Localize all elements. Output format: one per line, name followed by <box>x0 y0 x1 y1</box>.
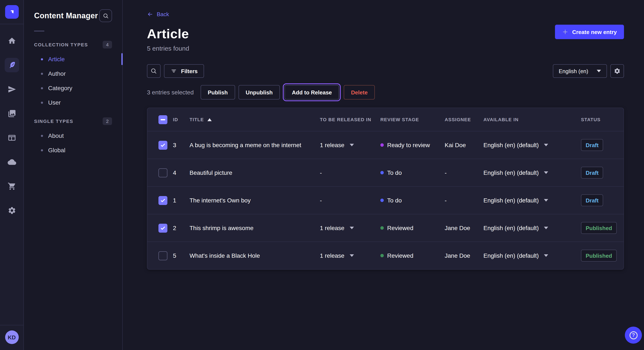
main-content: Back Article 5 entries found Create new … <box>123 0 644 350</box>
single-types-count: 2 <box>103 117 112 125</box>
header-status: STATUS <box>581 117 617 122</box>
page-title: Article <box>147 26 624 42</box>
main-nav-rail: KD <box>0 0 24 350</box>
cell-id: 5 <box>173 252 190 259</box>
cell-review-stage: To do <box>380 169 445 176</box>
rail-divider <box>0 24 24 24</box>
strapi-logo[interactable] <box>5 5 18 19</box>
cell-assignee: Jane Doe <box>445 224 484 231</box>
question-mark-icon: ? <box>629 331 638 339</box>
sidebar-item-label: Article <box>48 56 65 62</box>
table-row[interactable]: 2 This shrimp is awesome 1 release Revie… <box>147 214 624 242</box>
cell-assignee: - <box>445 169 484 176</box>
stage-dot <box>380 199 384 202</box>
create-new-entry-button[interactable]: Create new entry <box>555 25 624 39</box>
sidebar-item-article[interactable]: Article <box>24 52 122 66</box>
sidebar-item-label: About <box>48 132 64 139</box>
cell-release-dropdown: - <box>320 197 380 204</box>
back-label: Back <box>157 11 169 17</box>
row-checkbox[interactable] <box>158 141 168 150</box>
table-row[interactable]: 4 Beautiful picture - To do - English (e… <box>147 159 624 186</box>
view-settings-button[interactable] <box>610 64 624 78</box>
sidebar-item-author[interactable]: Author <box>24 66 122 81</box>
cell-release-dropdown[interactable]: 1 release <box>320 224 380 231</box>
plus-icon <box>562 29 568 35</box>
help-button[interactable]: ? <box>625 327 642 344</box>
filters-button[interactable]: Filters <box>164 64 204 78</box>
cell-release-dropdown[interactable]: 1 release <box>320 142 380 149</box>
cell-locale-dropdown[interactable]: English (en) (default) <box>484 224 581 231</box>
cell-review-stage: Reviewed <box>380 224 445 231</box>
entries-count: 5 entries found <box>147 45 624 52</box>
status-badge: Draft <box>581 167 603 178</box>
sidebar-search-button[interactable] <box>99 9 112 22</box>
sidebar-item-user[interactable]: User <box>24 95 122 110</box>
chevron-down-icon <box>544 172 548 174</box>
cell-locale-dropdown[interactable]: English (en) (default) <box>484 197 581 204</box>
header-available-in: AVAILABLE IN <box>484 117 581 122</box>
chevron-down-icon <box>544 227 548 229</box>
selection-count-text: 3 entries selected <box>147 89 194 96</box>
stage-dot <box>380 226 384 230</box>
chevron-down-icon <box>350 254 354 257</box>
cell-release-dropdown[interactable]: 1 release <box>320 252 380 259</box>
row-checkbox[interactable] <box>158 168 168 177</box>
sidebar-item-category[interactable]: Category <box>24 81 122 95</box>
rail-bottom-divider <box>0 325 24 325</box>
content-manager-feather-icon[interactable] <box>4 58 19 72</box>
select-all-checkbox[interactable] <box>158 115 168 124</box>
table-row[interactable]: 1 The internet's Own boy - To do - Engli… <box>147 186 624 214</box>
add-to-release-button[interactable]: Add to Release <box>284 85 339 100</box>
row-checkbox[interactable] <box>158 223 168 232</box>
content-type-builder-icon[interactable] <box>4 131 19 145</box>
cell-locale-dropdown[interactable]: English (en) (default) <box>484 169 581 176</box>
back-link[interactable]: Back <box>147 11 169 17</box>
filters-label: Filters <box>181 68 198 74</box>
search-button[interactable] <box>147 64 160 78</box>
bullet-icon <box>41 149 43 151</box>
media-library-icon[interactable] <box>4 106 19 121</box>
sidebar-item-label: User <box>48 99 61 106</box>
releases-paper-plane-icon[interactable] <box>4 82 19 97</box>
row-checkbox[interactable] <box>158 196 168 205</box>
sidebar-item-global[interactable]: Global <box>24 143 122 157</box>
stage-dot <box>380 254 384 257</box>
cell-assignee: Kai Doe <box>445 142 484 149</box>
user-avatar[interactable]: KD <box>5 331 18 344</box>
chevron-down-icon <box>350 227 354 229</box>
home-icon[interactable] <box>4 34 19 48</box>
sidebar-item-label: Category <box>48 85 72 91</box>
unpublish-button[interactable]: Unpublish <box>238 85 280 100</box>
header-title[interactable]: TITLE <box>190 117 320 122</box>
bullet-icon <box>41 72 43 75</box>
toolbar: Filters English (en) <box>147 64 624 78</box>
search-icon <box>102 12 109 19</box>
sidebar-divider <box>34 31 44 31</box>
cloud-icon[interactable] <box>4 155 19 169</box>
cell-id: 3 <box>173 142 190 149</box>
locale-select[interactable]: English (en) <box>553 64 607 78</box>
publish-button[interactable]: Publish <box>200 85 235 100</box>
gear-icon <box>614 68 620 74</box>
header-review-stage: REVIEW STAGE <box>380 117 445 122</box>
table-row[interactable]: 3 A bug is becoming a meme on the intern… <box>147 131 624 159</box>
status-badge: Draft <box>581 139 603 151</box>
cell-locale-dropdown[interactable]: English (en) (default) <box>484 252 581 259</box>
cell-review-stage: Reviewed <box>380 252 445 259</box>
bullet-icon <box>41 58 43 60</box>
cell-review-stage: To do <box>380 197 445 204</box>
header-id: ID <box>173 117 190 122</box>
filter-icon <box>170 68 177 74</box>
row-checkbox[interactable] <box>158 251 168 260</box>
settings-gear-icon[interactable] <box>4 203 19 218</box>
sidebar-item-about[interactable]: About <box>24 128 122 143</box>
sort-asc-icon <box>207 118 212 121</box>
collection-types-label: COLLECTION TYPES <box>34 42 88 47</box>
create-button-label: Create new entry <box>572 29 617 35</box>
chevron-down-icon <box>544 144 548 146</box>
table-row[interactable]: 5 What's inside a Black Hole 1 release R… <box>147 242 624 269</box>
delete-button[interactable]: Delete <box>344 85 375 100</box>
cell-assignee: - <box>445 197 484 204</box>
marketplace-cart-icon[interactable] <box>4 179 19 193</box>
cell-locale-dropdown[interactable]: English (en) (default) <box>484 142 581 149</box>
